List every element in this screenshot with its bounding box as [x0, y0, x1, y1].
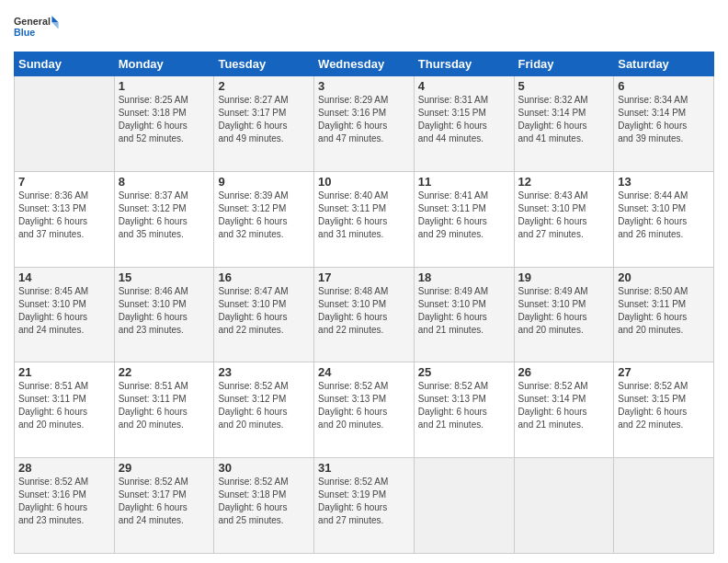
day-info: Sunrise: 8:40 AMSunset: 3:11 PMDaylight:…: [318, 190, 410, 241]
day-number: 21: [18, 365, 110, 379]
calendar-cell: 24Sunrise: 8:52 AMSunset: 3:13 PMDayligh…: [314, 362, 415, 458]
day-info: Sunrise: 8:49 AMSunset: 3:10 PMDaylight:…: [518, 285, 610, 337]
day-info: Sunrise: 8:49 AMSunset: 3:10 PMDaylight:…: [418, 285, 510, 337]
calendar-cell: 21Sunrise: 8:51 AMSunset: 3:11 PMDayligh…: [15, 362, 115, 458]
calendar-cell: 13Sunrise: 8:44 AMSunset: 3:10 PMDayligh…: [614, 171, 714, 267]
svg-marker-3: [51, 22, 58, 29]
day-number: 2: [218, 79, 310, 93]
calendar: SundayMondayTuesdayWednesdayThursdayFrid…: [14, 52, 714, 554]
calendar-cell: [614, 458, 714, 554]
day-number: 26: [518, 365, 610, 379]
calendar-cell: 9Sunrise: 8:39 AMSunset: 3:12 PMDaylight…: [214, 171, 314, 267]
day-info: Sunrise: 8:45 AMSunset: 3:10 PMDaylight:…: [18, 285, 110, 337]
day-info: Sunrise: 8:44 AMSunset: 3:10 PMDaylight:…: [618, 190, 710, 241]
day-number: 16: [218, 270, 310, 284]
day-info: Sunrise: 8:52 AMSunset: 3:16 PMDaylight:…: [18, 476, 110, 527]
day-number: 27: [618, 365, 710, 379]
day-info: Sunrise: 8:43 AMSunset: 3:10 PMDaylight:…: [518, 190, 610, 241]
calendar-cell: 17Sunrise: 8:48 AMSunset: 3:10 PMDayligh…: [314, 267, 415, 362]
svg-text:Blue: Blue: [14, 27, 35, 38]
day-number: 18: [418, 270, 510, 284]
day-info: Sunrise: 8:46 AMSunset: 3:10 PMDaylight:…: [119, 285, 210, 337]
day-info: Sunrise: 8:36 AMSunset: 3:13 PMDaylight:…: [18, 190, 110, 241]
day-number: 10: [318, 175, 410, 189]
day-number: 29: [119, 461, 210, 475]
day-info: Sunrise: 8:52 AMSunset: 3:14 PMDaylight:…: [518, 380, 610, 431]
day-info: Sunrise: 8:31 AMSunset: 3:15 PMDaylight:…: [418, 94, 510, 145]
day-info: Sunrise: 8:52 AMSunset: 3:13 PMDaylight:…: [318, 380, 410, 431]
calendar-cell: [514, 458, 614, 554]
day-header-wednesday: Wednesday: [314, 52, 415, 76]
day-number: 30: [218, 461, 310, 475]
day-number: 7: [18, 175, 110, 189]
day-info: Sunrise: 8:52 AMSunset: 3:13 PMDaylight:…: [418, 380, 510, 431]
day-number: 28: [18, 461, 110, 475]
calendar-cell: 5Sunrise: 8:32 AMSunset: 3:14 PMDaylight…: [514, 76, 614, 172]
day-header-monday: Monday: [114, 52, 214, 76]
day-number: 13: [618, 175, 710, 189]
calendar-cell: 22Sunrise: 8:51 AMSunset: 3:11 PMDayligh…: [114, 362, 214, 458]
day-number: 3: [318, 79, 410, 93]
day-number: 25: [418, 365, 510, 379]
calendar-cell: 3Sunrise: 8:29 AMSunset: 3:16 PMDaylight…: [314, 76, 415, 172]
day-number: 23: [218, 365, 310, 379]
calendar-cell: 14Sunrise: 8:45 AMSunset: 3:10 PMDayligh…: [15, 267, 115, 362]
day-info: Sunrise: 8:48 AMSunset: 3:10 PMDaylight:…: [318, 285, 410, 337]
day-info: Sunrise: 8:51 AMSunset: 3:11 PMDaylight:…: [18, 380, 110, 431]
calendar-cell: 28Sunrise: 8:52 AMSunset: 3:16 PMDayligh…: [15, 458, 115, 554]
calendar-cell: 6Sunrise: 8:34 AMSunset: 3:14 PMDaylight…: [614, 76, 714, 172]
day-number: 8: [119, 175, 210, 189]
calendar-cell: 8Sunrise: 8:37 AMSunset: 3:12 PMDaylight…: [114, 171, 214, 267]
calendar-cell: 15Sunrise: 8:46 AMSunset: 3:10 PMDayligh…: [114, 267, 214, 362]
day-info: Sunrise: 8:52 AMSunset: 3:15 PMDaylight:…: [618, 380, 710, 431]
day-number: 11: [418, 175, 510, 189]
day-info: Sunrise: 8:37 AMSunset: 3:12 PMDaylight:…: [119, 190, 210, 241]
day-number: 5: [518, 79, 610, 93]
calendar-cell: 29Sunrise: 8:52 AMSunset: 3:17 PMDayligh…: [114, 458, 214, 554]
day-info: Sunrise: 8:51 AMSunset: 3:11 PMDaylight:…: [119, 380, 210, 431]
day-info: Sunrise: 8:32 AMSunset: 3:14 PMDaylight:…: [518, 94, 610, 145]
day-number: 4: [418, 79, 510, 93]
day-number: 15: [119, 270, 210, 284]
calendar-cell: 12Sunrise: 8:43 AMSunset: 3:10 PMDayligh…: [514, 171, 614, 267]
calendar-cell: 26Sunrise: 8:52 AMSunset: 3:14 PMDayligh…: [514, 362, 614, 458]
day-info: Sunrise: 8:47 AMSunset: 3:10 PMDaylight:…: [218, 285, 310, 337]
calendar-cell: 30Sunrise: 8:52 AMSunset: 3:18 PMDayligh…: [214, 458, 314, 554]
day-info: Sunrise: 8:41 AMSunset: 3:11 PMDaylight:…: [418, 190, 510, 241]
day-info: Sunrise: 8:25 AMSunset: 3:18 PMDaylight:…: [119, 94, 210, 145]
calendar-cell: [15, 76, 115, 172]
svg-marker-2: [51, 16, 58, 22]
day-header-saturday: Saturday: [614, 52, 714, 76]
day-info: Sunrise: 8:29 AMSunset: 3:16 PMDaylight:…: [318, 94, 410, 145]
calendar-cell: 1Sunrise: 8:25 AMSunset: 3:18 PMDaylight…: [114, 76, 214, 172]
day-info: Sunrise: 8:52 AMSunset: 3:12 PMDaylight:…: [218, 380, 310, 431]
logo: General Blue: [14, 9, 60, 46]
day-header-friday: Friday: [514, 52, 614, 76]
calendar-cell: 27Sunrise: 8:52 AMSunset: 3:15 PMDayligh…: [614, 362, 714, 458]
calendar-cell: 7Sunrise: 8:36 AMSunset: 3:13 PMDaylight…: [15, 171, 115, 267]
day-number: 1: [119, 79, 210, 93]
day-number: 19: [518, 270, 610, 284]
calendar-cell: 10Sunrise: 8:40 AMSunset: 3:11 PMDayligh…: [314, 171, 415, 267]
day-info: Sunrise: 8:52 AMSunset: 3:18 PMDaylight:…: [218, 476, 310, 527]
day-info: Sunrise: 8:50 AMSunset: 3:11 PMDaylight:…: [618, 285, 710, 337]
calendar-cell: 25Sunrise: 8:52 AMSunset: 3:13 PMDayligh…: [414, 362, 514, 458]
calendar-cell: 19Sunrise: 8:49 AMSunset: 3:10 PMDayligh…: [514, 267, 614, 362]
day-number: 14: [18, 270, 110, 284]
calendar-cell: 2Sunrise: 8:27 AMSunset: 3:17 PMDaylight…: [214, 76, 314, 172]
day-info: Sunrise: 8:52 AMSunset: 3:17 PMDaylight:…: [119, 476, 210, 527]
calendar-cell: 20Sunrise: 8:50 AMSunset: 3:11 PMDayligh…: [614, 267, 714, 362]
day-number: 9: [218, 175, 310, 189]
day-header-tuesday: Tuesday: [214, 52, 314, 76]
calendar-cell: 23Sunrise: 8:52 AMSunset: 3:12 PMDayligh…: [214, 362, 314, 458]
day-info: Sunrise: 8:52 AMSunset: 3:19 PMDaylight:…: [318, 476, 410, 527]
day-number: 12: [518, 175, 610, 189]
calendar-cell: 31Sunrise: 8:52 AMSunset: 3:19 PMDayligh…: [314, 458, 415, 554]
svg-text:General: General: [14, 16, 51, 27]
day-header-sunday: Sunday: [15, 52, 115, 76]
calendar-cell: 18Sunrise: 8:49 AMSunset: 3:10 PMDayligh…: [414, 267, 514, 362]
day-number: 17: [318, 270, 410, 284]
day-info: Sunrise: 8:34 AMSunset: 3:14 PMDaylight:…: [618, 94, 710, 145]
calendar-cell: 11Sunrise: 8:41 AMSunset: 3:11 PMDayligh…: [414, 171, 514, 267]
calendar-cell: 4Sunrise: 8:31 AMSunset: 3:15 PMDaylight…: [414, 76, 514, 172]
